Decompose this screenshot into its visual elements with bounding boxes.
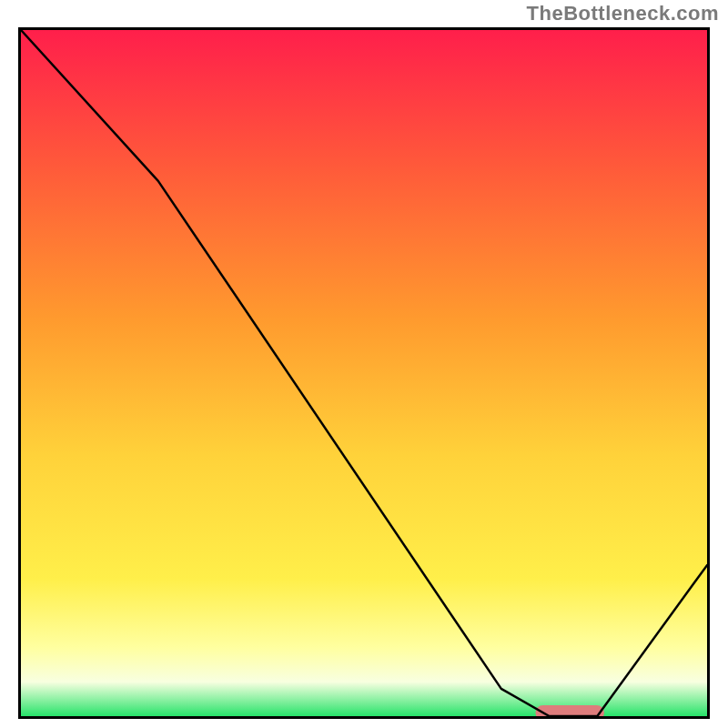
gradient-background [21,30,707,716]
chart-svg [21,30,707,716]
chart-frame [18,27,710,719]
watermark-text: TheBottleneck.com [527,2,719,25]
chart-wrap: TheBottleneck.com [0,0,728,728]
